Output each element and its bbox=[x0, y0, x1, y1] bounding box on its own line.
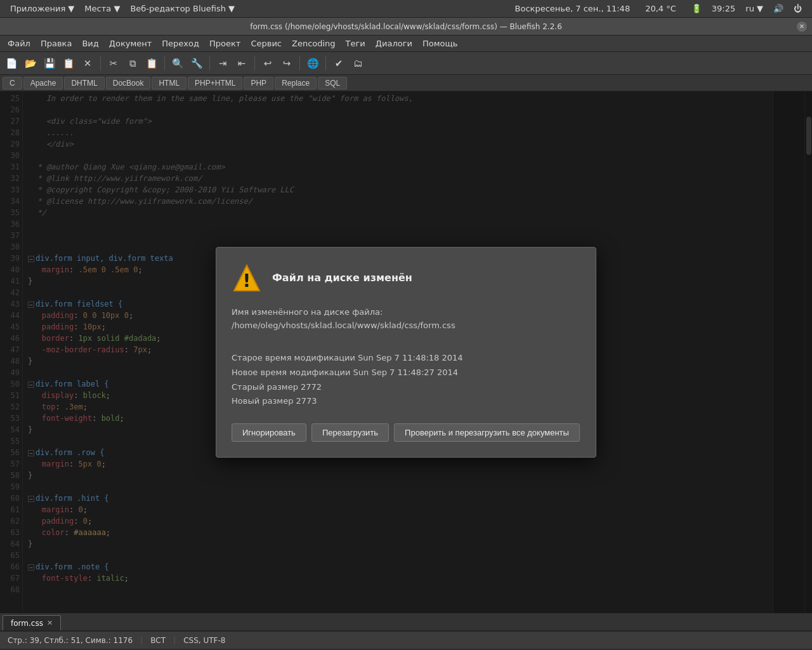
sep5 bbox=[299, 56, 300, 70]
menu-проект[interactable]: Проект bbox=[204, 37, 246, 50]
sep2 bbox=[164, 56, 165, 70]
redo-button[interactable]: ↪ bbox=[278, 55, 296, 72]
volume-icon[interactable]: 🔊 bbox=[768, 0, 789, 17]
datetime: Воскресенье, 7 сен., 11:48 bbox=[510, 0, 636, 17]
snip-php[interactable]: PHP bbox=[244, 77, 273, 90]
sep4 bbox=[254, 56, 255, 70]
cursor-position: Стр.: 39, Стлб.: 51, Симв.: 1176 bbox=[8, 636, 133, 645]
dialog-header: ! Файл на диске изменён bbox=[232, 263, 580, 293]
save-button[interactable]: 💾 bbox=[41, 55, 58, 72]
menu-вид[interactable]: Вид bbox=[77, 37, 103, 50]
snip-apache[interactable]: Apache bbox=[23, 77, 63, 90]
old-mtime: Старое время модификации Sun Sep 7 11:48… bbox=[232, 352, 580, 365]
window-title: form.css (/home/oleg/vhosts/sklad.local/… bbox=[250, 22, 562, 31]
menu-документ[interactable]: Документ bbox=[104, 37, 157, 50]
snip-replace[interactable]: Replace bbox=[275, 77, 317, 90]
ignore-button[interactable]: Игнорировать bbox=[232, 423, 306, 442]
replace-button[interactable]: 🔧 bbox=[188, 55, 206, 72]
undo-button[interactable]: ↩ bbox=[259, 55, 277, 72]
system-bar: Приложения ▼ Места ▼ Веб-редактор Bluefi… bbox=[0, 0, 812, 18]
warning-icon: ! bbox=[232, 263, 262, 293]
status-bar: Стр.: 39, Стлб.: 51, Симв.: 1176 | ВСТ |… bbox=[0, 631, 812, 649]
temperature: 20,4 °C bbox=[640, 0, 681, 17]
new-button[interactable]: 📄 bbox=[3, 55, 20, 72]
file-encoding: CSS, UTF-8 bbox=[183, 636, 225, 645]
sep3 bbox=[209, 56, 210, 70]
old-size: Старый размер 2772 bbox=[232, 381, 580, 394]
saveas-button[interactable]: 📋 bbox=[60, 55, 77, 72]
menu-bar: ФайлПравкаВидДокументПереходПроектСервис… bbox=[0, 36, 812, 52]
tab-bar: form.css ✕ bbox=[0, 613, 812, 631]
close-doc-button[interactable]: ✕ bbox=[79, 55, 96, 72]
places-menu[interactable]: Места ▼ bbox=[79, 0, 125, 17]
browser-button[interactable]: 🌐 bbox=[304, 55, 322, 72]
sep1 bbox=[100, 56, 101, 70]
tab-form-css[interactable]: form.css ✕ bbox=[3, 615, 61, 630]
unindent-button[interactable]: ⇤ bbox=[233, 55, 251, 72]
snip-docbook[interactable]: DocBook bbox=[106, 77, 151, 90]
dialog-footer: Игнорировать Перезагрузить Проверить и п… bbox=[232, 423, 580, 442]
menu-диалоги[interactable]: Диалоги bbox=[370, 37, 417, 50]
fileman-button[interactable]: 🗂 bbox=[349, 55, 367, 72]
snip-sql[interactable]: SQL bbox=[318, 77, 347, 90]
menu-файл[interactable]: Файл bbox=[3, 37, 36, 50]
editor-area: 2526272829303132333435363738394041424344… bbox=[0, 91, 812, 613]
title-bar: form.css (/home/oleg/vhosts/sklad.local/… bbox=[0, 18, 812, 36]
snip-dhtml[interactable]: DHTML bbox=[64, 77, 104, 90]
indent-button[interactable]: ⇥ bbox=[214, 55, 232, 72]
snip-c[interactable]: C bbox=[3, 77, 22, 90]
filename-info: Имя изменённого на диске файла: /home/ol… bbox=[232, 306, 580, 333]
language[interactable]: ru ▼ bbox=[740, 0, 768, 17]
close-button[interactable]: ✕ bbox=[797, 22, 807, 32]
svg-text:!: ! bbox=[243, 270, 251, 291]
menu-теги[interactable]: Теги bbox=[341, 37, 370, 50]
modal-overlay: ! Файл на диске изменён Имя изменённого … bbox=[0, 91, 812, 613]
check-reload-all-button[interactable]: Проверить и перезагрузить все документы bbox=[394, 423, 580, 442]
dialog-title: Файл на диске изменён bbox=[272, 272, 412, 284]
battery: 🔋 bbox=[686, 0, 707, 17]
insert-mode: ВСТ bbox=[150, 636, 166, 645]
tab-close-button[interactable]: ✕ bbox=[47, 619, 53, 627]
sep6 bbox=[325, 56, 326, 70]
menu-помощь[interactable]: Помощь bbox=[417, 37, 462, 50]
power-icon[interactable]: ⏻ bbox=[789, 0, 807, 17]
menu-переход[interactable]: Переход bbox=[157, 37, 204, 50]
menu-сервис[interactable]: Сервис bbox=[246, 37, 287, 50]
menu-правка[interactable]: Правка bbox=[36, 37, 77, 50]
tab-label: form.css bbox=[11, 619, 43, 628]
snippet-bar: CApacheDHTMLDocBookHTMLPHP+HTMLPHPReplac… bbox=[0, 75, 812, 91]
copy-button[interactable]: ⧉ bbox=[124, 55, 141, 72]
open-button[interactable]: 📂 bbox=[22, 55, 39, 72]
snip-php+html[interactable]: PHP+HTML bbox=[188, 77, 242, 90]
find-button[interactable]: 🔍 bbox=[169, 55, 187, 72]
apps-menu[interactable]: Приложения ▼ bbox=[5, 0, 79, 17]
paste-button[interactable]: 📋 bbox=[143, 55, 160, 72]
toolbar: 📄 📂 💾 📋 ✕ ✂ ⧉ 📋 🔍 🔧 ⇥ ⇤ ↩ ↪ 🌐 ✔ 🗂 bbox=[0, 52, 812, 75]
clock: 39:25 bbox=[707, 0, 740, 17]
cut-button[interactable]: ✂ bbox=[105, 55, 122, 72]
editor-menu[interactable]: Веб-редактор Bluefish ▼ bbox=[125, 0, 240, 17]
file-changed-dialog: ! Файл на диске изменён Имя изменённого … bbox=[216, 247, 596, 458]
snip-html[interactable]: HTML bbox=[152, 77, 187, 90]
menu-zencoding[interactable]: Zencoding bbox=[287, 37, 341, 50]
spacer bbox=[232, 333, 580, 347]
new-size: Новый размер 2773 bbox=[232, 395, 580, 408]
dialog-body: Имя изменённого на диске файла: /home/ol… bbox=[232, 306, 580, 409]
validate-button[interactable]: ✔ bbox=[330, 55, 348, 72]
new-mtime: Новое время модификации Sun Sep 7 11:48:… bbox=[232, 366, 580, 380]
reload-button[interactable]: Перезагрузить bbox=[311, 423, 389, 442]
